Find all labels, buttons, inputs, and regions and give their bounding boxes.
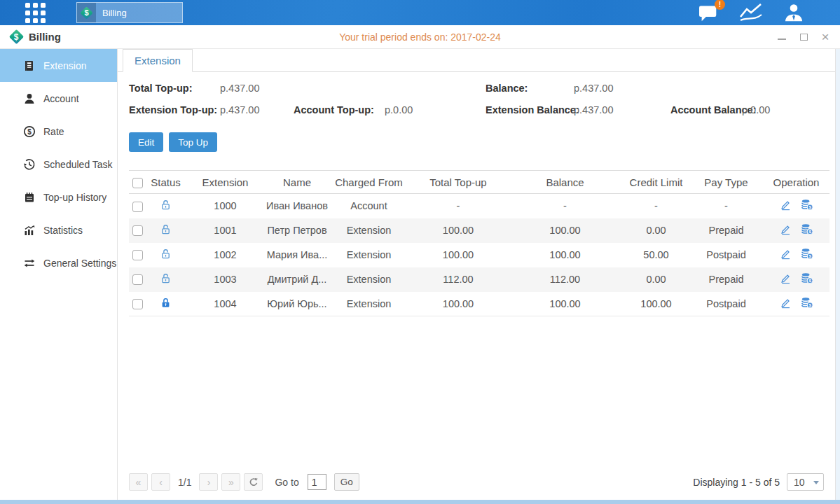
total-topup-label: Total Top-up: [129,83,192,94]
name-cell: Петр Петров [266,218,329,243]
lock-open-icon[interactable] [160,199,172,211]
row-checkbox[interactable] [132,225,143,236]
displaying-text: Displaying 1 - 5 of 5 [693,477,780,488]
tabbar: Extension [118,49,835,72]
rate-icon: $ [23,125,36,138]
tab-extension[interactable]: Extension [123,49,193,72]
sidebar-item-rate[interactable]: $ Rate [0,115,117,148]
prev-page-button[interactable]: ‹ [151,473,170,491]
balance-cell: 100.00 [507,218,623,243]
main-content: Extension Total Top-up: p.437.00 Balance… [118,49,835,500]
pay-type-cell: Postpaid [689,243,763,267]
extension-icon [23,59,36,72]
col-pay-type: Pay Type [689,171,763,194]
first-page-button[interactable]: « [129,473,148,491]
sidebar-item-topup-history[interactable]: Top-up History [0,181,117,214]
topup-coins-icon[interactable]: $ [801,272,813,284]
taskbar-tab-billing[interactable]: $ Billing [76,2,183,23]
table-header-row: Status Extension Name Charged From Total… [129,171,829,194]
extension-topup-label: Extension Top-up: [129,104,217,115]
lock-open-icon[interactable] [160,272,172,284]
topup-coins-icon[interactable]: $ [801,199,813,211]
total-topup-value: p.437.00 [220,83,259,94]
topup-history-icon [23,191,36,204]
close-icon[interactable]: × [820,32,830,42]
chevron-down-icon [813,481,819,484]
page-size-select[interactable]: 10 [787,473,824,491]
maximize-icon[interactable] [799,32,808,42]
name-cell: Иван Иванов [266,194,329,218]
total-topup-cell: 112.00 [409,267,507,292]
top-up-button[interactable]: Top Up [169,132,217,152]
pay-type-cell: - [689,194,763,218]
user-account-icon[interactable] [783,3,805,22]
row-checkbox[interactable] [132,250,143,260]
extension-cell: 1004 [185,292,266,316]
balance-value: p.437.00 [574,83,613,94]
sidebar-item-account[interactable]: Account [0,82,117,115]
statistics-icon [23,224,36,237]
row-checkbox[interactable] [132,202,143,212]
page-size-value: 10 [794,477,805,488]
sidebar-item-label: Top-up History [43,192,106,203]
notification-badge: ! [715,0,725,10]
row-checkbox[interactable] [132,299,143,309]
app-launcher-grid-icon[interactable] [25,3,46,23]
col-balance: Balance [507,171,623,194]
name-cell: Дмитрий Д... [266,267,329,292]
pay-type-cell: Prepaid [689,218,763,243]
account-icon [23,92,36,105]
last-page-button[interactable]: » [221,473,240,491]
statistics-trend-icon[interactable] [738,3,764,22]
col-extension: Extension [185,171,266,194]
sidebar-item-extension[interactable]: Extension [0,49,117,82]
total-topup-cell: 100.00 [409,292,507,316]
sidebar-item-general-settings[interactable]: General Settings [0,246,117,279]
pay-type-cell: Prepaid [689,267,763,292]
topup-coins-icon[interactable]: $ [801,223,813,235]
go-button[interactable]: Go [334,473,359,491]
edit-pencil-icon[interactable] [780,223,792,235]
refresh-button[interactable] [244,473,263,491]
svg-text:$: $ [27,127,32,135]
row-checkbox[interactable] [132,274,143,285]
svg-text:$: $ [808,229,811,234]
edit-pencil-icon[interactable] [780,248,792,260]
svg-text:$: $ [808,278,811,283]
next-page-button[interactable]: › [199,473,218,491]
extension-cell: 1000 [185,194,266,218]
sidebar: Extension Account $ Rate Scheduled Task … [0,49,118,500]
edit-button[interactable]: Edit [129,132,163,152]
pay-type-cell: Postpaid [689,292,763,316]
pagination-bar: « ‹ 1/1 › » Go to Go Displaying 1 - 5 of… [118,473,835,500]
sidebar-item-scheduled-task[interactable]: Scheduled Task [0,148,117,181]
charged-from-cell: Extension [329,292,409,316]
select-all-checkbox[interactable] [132,178,143,188]
col-total-topup: Total Top-up [409,171,507,194]
edit-pencil-icon[interactable] [780,272,792,284]
topup-coins-icon[interactable]: $ [801,297,813,309]
minimize-icon[interactable] [777,32,787,42]
credit-limit-cell: 0.00 [623,218,689,243]
col-credit-limit: Credit Limit [623,171,689,194]
topup-coins-icon[interactable]: $ [801,248,813,260]
window-right-edge [835,49,840,500]
lock-open-icon[interactable] [160,248,172,260]
edit-pencil-icon[interactable] [780,297,792,309]
billing-diamond-icon: $ [8,29,24,45]
sidebar-item-statistics[interactable]: Statistics [0,214,117,246]
table-row: 1002 Мария Ива... Extension 100.00 100.0… [129,243,829,267]
balance-cell: 100.00 [507,292,623,316]
goto-page-input[interactable] [308,474,326,490]
edit-pencil-icon[interactable] [780,199,792,211]
lock-open-icon[interactable] [160,223,172,235]
desktop-topbar: $ Billing ! [0,0,840,25]
table-row: 1001 Петр Петров Extension 100.00 100.00… [129,218,829,243]
extension-cell: 1002 [185,243,266,267]
sidebar-item-label: General Settings [43,258,116,269]
billing-app-icon-box: $ [77,3,96,22]
col-status: Status [146,171,185,194]
lock-locked-icon[interactable] [160,297,172,309]
taskbar-tab-label: Billing [102,8,127,18]
notifications-chat-icon[interactable]: ! [698,4,719,22]
